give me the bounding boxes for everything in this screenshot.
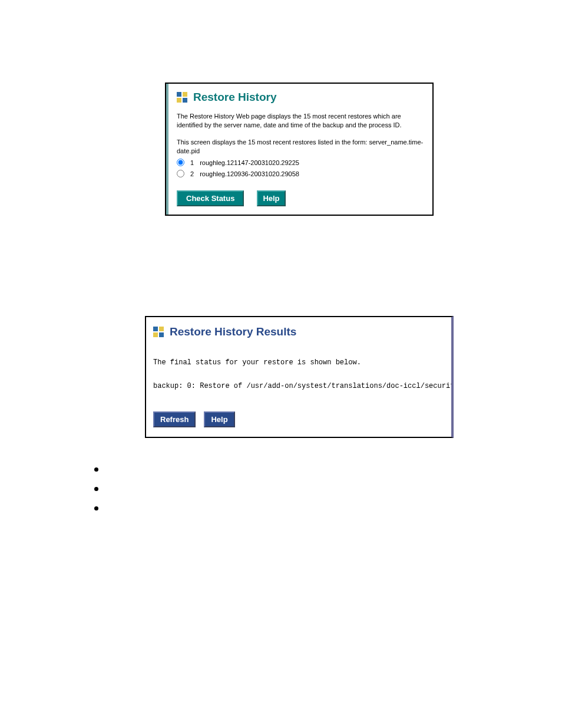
panel-header: Restore History Results xyxy=(153,323,451,343)
bullet-icon xyxy=(94,467,98,472)
restore-history-results-panel: Restore History Results The final status… xyxy=(145,316,454,438)
panel-header: Restore History xyxy=(177,88,424,108)
list-intro-text: This screen displays the 15 most recent … xyxy=(177,138,424,156)
page-title: Restore History Results xyxy=(170,325,296,338)
bullet-icon xyxy=(94,506,98,510)
bullet-icon xyxy=(94,487,98,491)
restore-label: roughleg.121147-20031020.29225 xyxy=(200,159,299,166)
restore-label: roughleg.120936-20031020.29058 xyxy=(200,170,299,177)
help-button[interactable]: Help xyxy=(204,411,234,427)
app-icon xyxy=(153,327,164,337)
restore-item-2[interactable]: 2 roughleg.120936-20031020.29058 xyxy=(177,170,424,177)
status-line: backup: 0: Restore of /usr/add-on/systes… xyxy=(153,382,451,390)
restore-item-1[interactable]: 1 roughleg.121147-20031020.29225 xyxy=(177,159,424,166)
description-text: The Restore History Web page displays th… xyxy=(177,112,424,130)
restore-radio-1[interactable] xyxy=(177,159,184,166)
restore-history-panel: Restore History The Restore History Web … xyxy=(165,83,434,216)
restore-radio-2[interactable] xyxy=(177,170,184,177)
help-button[interactable]: Help xyxy=(257,190,285,206)
intro-text: The final status for your restore is sho… xyxy=(153,358,451,367)
app-icon xyxy=(177,92,187,103)
refresh-button[interactable]: Refresh xyxy=(153,411,196,427)
restore-index: 2 xyxy=(190,170,194,177)
check-status-button[interactable]: Check Status xyxy=(177,190,244,206)
bullet-list xyxy=(94,467,562,510)
restore-index: 1 xyxy=(190,159,194,166)
page-title: Restore History xyxy=(193,91,277,104)
